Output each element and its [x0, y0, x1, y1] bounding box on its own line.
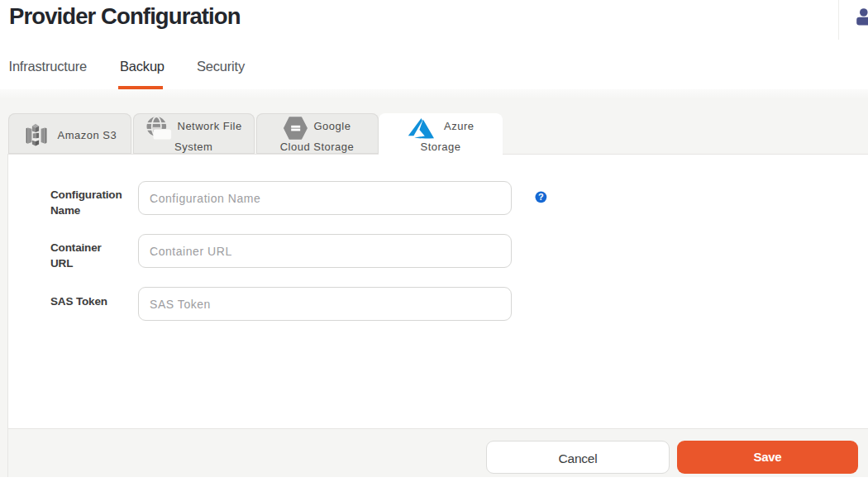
svg-text:?: ?	[538, 192, 544, 202]
